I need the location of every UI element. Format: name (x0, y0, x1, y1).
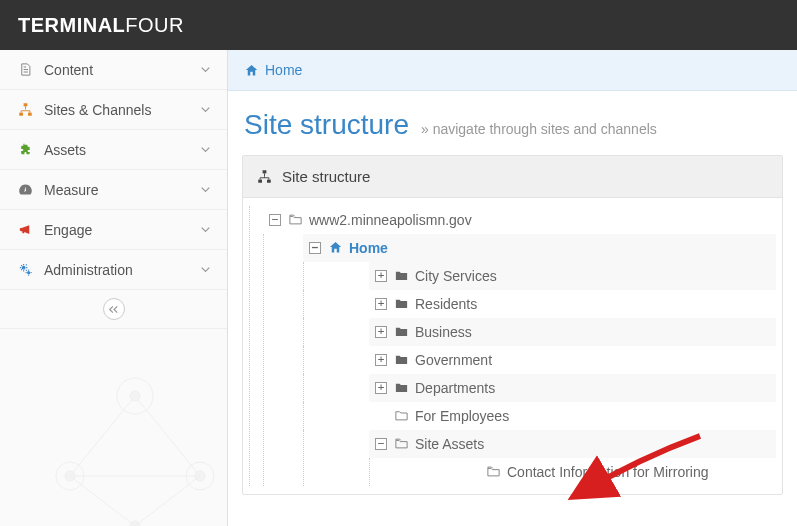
folder-open-outline (393, 436, 409, 452)
collapse-icon[interactable]: − (375, 438, 387, 450)
folder-solid (393, 268, 409, 284)
tree-node-root[interactable]: − www2.minneapolismn.gov (263, 206, 776, 234)
decorative-network-graphic (40, 356, 230, 526)
chevron-down-icon (198, 142, 213, 158)
sidebar-item-engage[interactable]: Engage (0, 210, 227, 250)
tree-node[interactable]: +Government (369, 346, 776, 374)
chevron-down-icon (198, 62, 213, 78)
svg-rect-1 (19, 113, 23, 116)
tree-node-label: www2.minneapolismn.gov (309, 212, 472, 228)
svg-rect-14 (267, 180, 271, 183)
tree-node-label: Business (415, 324, 472, 340)
svg-point-4 (27, 271, 30, 274)
svg-rect-12 (263, 170, 267, 173)
chevron-down-icon (198, 182, 213, 198)
sidebar-item-content[interactable]: Content (0, 50, 227, 90)
tree-node[interactable]: +Residents (369, 290, 776, 318)
folder-solid (393, 352, 409, 368)
sidebar-collapse-row (0, 290, 227, 329)
megaphone-icon (14, 221, 36, 238)
folder-solid (393, 380, 409, 396)
svg-rect-0 (23, 103, 27, 106)
panel-header: Site structure (243, 156, 782, 198)
folder-open-icon (287, 212, 303, 228)
sidebar-item-assets[interactable]: Assets (0, 130, 227, 170)
tree-node[interactable]: −Site Assets (369, 430, 776, 458)
folder-open-outline (485, 464, 501, 480)
home-icon (327, 240, 343, 256)
folder-solid (393, 324, 409, 340)
svg-rect-2 (28, 113, 32, 116)
sidebar-item-label: Engage (44, 222, 198, 238)
sidebar-item-label: Sites & Channels (44, 102, 198, 118)
chevron-down-icon (198, 222, 213, 238)
expand-icon[interactable]: + (375, 298, 387, 310)
sitemap-icon (14, 101, 36, 118)
sidebar-item-administration[interactable]: Administration (0, 250, 227, 290)
tree-node-label: Government (415, 352, 492, 368)
tree-node-label: City Services (415, 268, 497, 284)
page-title-row: Site structure » navigate through sites … (228, 91, 797, 155)
sidebar-item-label: Assets (44, 142, 198, 158)
breadcrumb: Home (228, 50, 797, 91)
expand-icon[interactable]: + (375, 326, 387, 338)
folder-outline (393, 408, 409, 424)
collapse-icon[interactable]: − (309, 242, 321, 254)
tree-node-label: Residents (415, 296, 477, 312)
app-header: TERMINALFOUR (0, 0, 797, 50)
chevron-down-icon (198, 102, 213, 118)
tree-node[interactable]: Contact Information for Mirroring (461, 458, 776, 486)
brand-part2: FOUR (125, 14, 184, 36)
svg-rect-13 (258, 180, 262, 183)
page-title: Site structure (244, 109, 409, 141)
tree-node-label: Contact Information for Mirroring (507, 464, 709, 480)
tree-node[interactable]: For Employees (369, 402, 776, 430)
puzzle-icon (14, 141, 36, 158)
tree-node-label: For Employees (415, 408, 509, 424)
site-tree: − www2.minneapolismn.gov − Home (243, 198, 782, 494)
site-structure-panel: Site structure − www2.minneapolismn.gov (242, 155, 783, 495)
sidebar-item-measure[interactable]: Measure (0, 170, 227, 210)
tree-node[interactable]: +Business (369, 318, 776, 346)
svg-point-3 (21, 266, 25, 270)
sidebar-collapse-button[interactable] (103, 298, 125, 320)
dashboard-icon (14, 181, 36, 198)
chevron-double-left-icon (106, 302, 121, 317)
collapse-icon[interactable]: − (269, 214, 281, 226)
expand-icon[interactable]: + (375, 270, 387, 282)
home-icon (244, 63, 259, 78)
expand-icon[interactable]: + (375, 354, 387, 366)
sidebar-item-sites-channels[interactable]: Sites & Channels (0, 90, 227, 130)
tree-node-label: Departments (415, 380, 495, 396)
sitemap-icon (257, 169, 272, 184)
sidebar-item-label: Measure (44, 182, 198, 198)
brand-logo[interactable]: TERMINALFOUR (18, 14, 184, 37)
tree-node-label: Site Assets (415, 436, 484, 452)
tree-node-label: Home (349, 240, 388, 256)
folder-solid (393, 296, 409, 312)
sidebar-item-label: Content (44, 62, 198, 78)
sidebar: ContentSites & ChannelsAssetsMeasureEnga… (0, 50, 228, 526)
spacer (467, 466, 479, 478)
panel-title: Site structure (282, 168, 370, 185)
tree-node[interactable]: +Departments (369, 374, 776, 402)
expand-icon[interactable]: + (375, 382, 387, 394)
gears-icon (14, 261, 36, 278)
spacer (375, 410, 387, 422)
tree-node[interactable]: +City Services (369, 262, 776, 290)
tree-node-home[interactable]: − Home (303, 234, 776, 262)
document-icon (14, 61, 36, 78)
page-subtitle: » navigate through sites and channels (421, 121, 657, 137)
sidebar-item-label: Administration (44, 262, 198, 278)
chevron-down-icon (198, 262, 213, 278)
breadcrumb-home-link[interactable]: Home (265, 62, 302, 78)
main-content: Home Site structure » navigate through s… (228, 50, 797, 526)
brand-part1: TERMINAL (18, 14, 125, 36)
